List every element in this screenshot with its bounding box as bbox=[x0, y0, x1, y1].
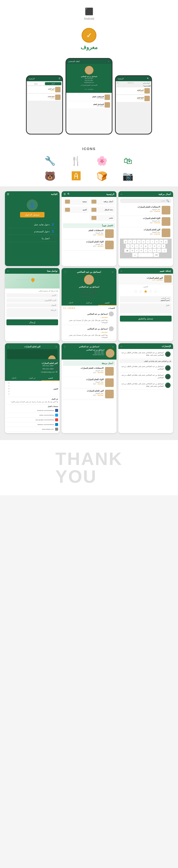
icons-grid: 🔧 🍴 🌸 🛍 🐻 🅰 🍞 📷 bbox=[40, 156, 138, 181]
phones-row: الرئيسية ☰ أعمال تنبيقية النور للتعليم bbox=[0, 56, 178, 142]
social-website: www.website.com bbox=[6, 427, 58, 432]
badge-section: ✓ معروف bbox=[0, 25, 178, 56]
keyboard: qw er ty ui op as df gh jk l ⇧ bbox=[120, 239, 172, 258]
star-5[interactable]: ☆ bbox=[134, 289, 138, 294]
phone-mockup-1: الرئيسية ☰ أعمال تنبيقية النور للتعليم bbox=[26, 75, 63, 134]
notif-item-4[interactable]: ⬛ اسماعيل بن عبد الصالحي تقدم على نقاط ف… bbox=[120, 381, 172, 390]
tab-rating[interactable]: التقييم bbox=[98, 301, 117, 306]
fork-knife-icon: 🍴 bbox=[66, 156, 86, 166]
phone3-header: الرئيسية 🔍 bbox=[116, 76, 151, 81]
full-profile-screen: ← النور لتعليم السيارات ⋮ النور لتعليم ا… bbox=[5, 343, 59, 433]
bear-icon: 🐻 bbox=[40, 171, 60, 181]
thank-you-section: THANK YOU bbox=[0, 440, 178, 495]
list-item[interactable]: الاستعلامات للتعلم نجار البيضاء ★★★★☆ 3.… bbox=[63, 228, 115, 239]
phone-mockup-2: الملف الشخصي ← اسماعيل بن عبد الصالحي +9… bbox=[66, 58, 112, 134]
sidebar-menu-item-1[interactable]: 👤 دخول تعامد عمل bbox=[7, 221, 57, 228]
icons-title: ICONS bbox=[5, 147, 173, 151]
tab-about[interactable]: عن العمل bbox=[80, 301, 98, 306]
phone-mockup-3: الرئيسية 🔍 أعمال حالية بحثة المطار نمال … bbox=[115, 75, 152, 134]
thank-you-text: THANK YOU bbox=[55, 450, 123, 486]
social-twitter: twitter.com/something bbox=[6, 413, 58, 417]
category-item[interactable]: أعمال مرافية bbox=[90, 198, 115, 205]
mini-card: النور للتعليم ★★★★☆ bbox=[28, 86, 61, 93]
list-item[interactable]: الاستعلامات للتعلم للسيارات نجار البيضاء… bbox=[120, 205, 172, 216]
home-screen: الرئيسية 🔍 ☰ أعمال مرافية تنبيقية bbox=[61, 191, 116, 266]
contact-header: تواصل معنا ← bbox=[5, 268, 59, 274]
screens-row-2: تواصل معنا ← هنا خريطة أو محتوى إضافي ال… bbox=[5, 268, 173, 341]
rating-submit-btn[interactable]: تسجيل والتعليق bbox=[120, 316, 172, 321]
tab-bar: التقييم عن العمل الاعلان bbox=[61, 301, 116, 306]
screens-section: القائمة ☰ 👤 تسجيل الدخول 👤 دخول تعامد عم… bbox=[0, 186, 178, 440]
home-header: الرئيسية 🔍 ☰ bbox=[61, 191, 116, 197]
tab-about-2[interactable]: عن العمل bbox=[23, 376, 42, 381]
contact-screen: تواصل معنا ← هنا خريطة أو محتوى إضافي ال… bbox=[5, 268, 59, 341]
mini-card: اللواء للتعليم ★★★★☆ bbox=[28, 94, 61, 101]
contact-submit-btn[interactable]: إرسال bbox=[6, 319, 58, 325]
top-section: ⬛ Android bbox=[0, 0, 178, 25]
category-item[interactable]: تنبيقية bbox=[63, 198, 88, 205]
notifications-screen: الإشعارات ← ⬛ اسماعيل بن عبد الصالحي تقد… bbox=[119, 343, 173, 433]
rating-screen: إضافة تقييم ← النور لتعليم السيارات ★★★★… bbox=[119, 268, 173, 341]
list-item[interactable]: اللواء للتعلم للسيارات نجار البيضاء ★★★★… bbox=[63, 377, 115, 389]
star-4[interactable]: ☆ bbox=[139, 289, 143, 294]
sidebar-header: القائمة ☰ bbox=[5, 191, 59, 197]
tab-bar-2: التقييم عن العمل الاعلان bbox=[5, 376, 59, 381]
phone1-header: الرئيسية ☰ bbox=[27, 76, 62, 81]
list-item[interactable]: اللواء للتعلم للسيارات نجار البيضاء ★★★★… bbox=[63, 239, 115, 251]
category-item[interactable]: بحثة المطار bbox=[90, 207, 115, 213]
social-google: plus.google.com/something bbox=[6, 417, 58, 422]
form-address: العنوان bbox=[6, 303, 58, 307]
screens-row-1: القائمة ☰ 👤 تسجيل الدخول 👤 دخول تعامد عم… bbox=[5, 191, 173, 266]
business-profile-screen: ← اسماعيل بن عبد الصالحي ⋮ اسماعيل بن عب… bbox=[61, 268, 116, 341]
review-item: اسماعيل بن عبد الصالحي ★★★★☆ هذا النص هو… bbox=[63, 325, 115, 340]
notif-item-3[interactable]: ⬛ اسماعيل بن عبد الصالحي تقدم على نقاط ف… bbox=[120, 372, 172, 381]
tab-rating-2[interactable]: التقييم bbox=[42, 376, 60, 381]
list-item[interactable]: اللواء للتعلم للسيارات نجار البيضاء ★★★★… bbox=[120, 216, 172, 227]
business-list-screen: أعمال مرافية ← 🔍 ابحث الاستعلامات للتعلم… bbox=[119, 191, 173, 266]
tab-ads[interactable]: الاعلان bbox=[61, 301, 80, 306]
notif-item-1[interactable]: ⬛ اسماعيل بن عبد الصالحي تقدم على نقاط ف… bbox=[120, 350, 172, 359]
star-2[interactable]: ☆ bbox=[149, 289, 153, 294]
form-name: الاسم bbox=[6, 293, 58, 298]
list-item[interactable]: الاستعلامات للتعلم للسيارات نجار البيضاء… bbox=[63, 366, 115, 377]
badge-circle: ✓ bbox=[82, 28, 96, 43]
category-item[interactable]: تبصير bbox=[90, 215, 115, 221]
star-1[interactable]: ☆ bbox=[154, 289, 157, 294]
map bbox=[5, 274, 59, 288]
review-item: اسماعيل بن عبد الصالحي ★★★★☆ هذا النص هو… bbox=[63, 310, 115, 325]
phone2-header: الملف الشخصي ← bbox=[66, 59, 112, 64]
category-item[interactable]: القيود bbox=[63, 207, 88, 213]
social-telegram: telegram.com/something bbox=[6, 422, 58, 427]
rating-name-field[interactable]: اسم المقيم اسم المقيم bbox=[120, 296, 172, 302]
notifications-header: الإشعارات ← bbox=[119, 343, 173, 349]
screens-row-3: ← النور لتعليم السيارات ⋮ النور لتعليم ا… bbox=[5, 343, 173, 433]
star-3[interactable]: ★ bbox=[144, 289, 148, 294]
sidebar-login-btn[interactable]: تسجيل الدخول bbox=[20, 212, 45, 217]
list-item[interactable]: النور للتعلم للسيارات نجار البيضاء ★★★★☆… bbox=[120, 227, 172, 239]
font-icon: 🅰 bbox=[66, 171, 86, 181]
rating-header: إضافة تقييم ← bbox=[119, 268, 173, 274]
shopping-bag-icon: 🛍 bbox=[118, 156, 138, 166]
sidebar-screen: القائمة ☰ 👤 تسجيل الدخول 👤 دخول تعامد عم… bbox=[5, 191, 59, 266]
android-label: Android bbox=[5, 17, 173, 21]
icons-section: ICONS 🔧 🍴 🌸 🛍 🐻 🅰 🍞 📷 bbox=[0, 142, 178, 186]
sidebar-avatar: 👤 bbox=[27, 199, 38, 211]
flower-icon: 🌸 bbox=[92, 156, 112, 166]
notif-item-2[interactable]: ⬛ اسماعيل بن عبد الصالحي تقدم على نقاط ف… bbox=[120, 364, 172, 372]
form-message: الرسالة bbox=[6, 308, 58, 317]
android-icon: ⬛ bbox=[5, 7, 173, 16]
sidebar-menu-item-2[interactable]: 👤 دخول المستخدم bbox=[7, 228, 57, 235]
rating-comment-field[interactable]: تعليق bbox=[120, 303, 172, 313]
bread-icon: 🍞 bbox=[92, 171, 112, 181]
social-facebook: facebook.com/something bbox=[6, 408, 58, 413]
camera-icon: 📷 bbox=[118, 171, 138, 181]
tab-ads-2[interactable]: الاعلان bbox=[5, 376, 23, 381]
sidebar-menu-item-3[interactable]: 📞 اتصل بنا bbox=[7, 235, 57, 242]
search-bar[interactable]: 🔍 ابحث bbox=[120, 198, 172, 203]
wrench-icon: 🔧 bbox=[40, 156, 60, 166]
badge-title: معروف bbox=[0, 44, 178, 51]
list-item[interactable]: النور للتعلم للسيارات نجار البيضاء ★★★★☆… bbox=[63, 389, 115, 400]
form-email: البريد الإلكتروني bbox=[6, 299, 58, 302]
business-list-header: أعمال مرافية ← bbox=[119, 191, 173, 197]
business-profile-list-screen: ← اسماعيل بن عبد الصالحي ⋮ اسماعيل بن عب… bbox=[61, 343, 116, 433]
